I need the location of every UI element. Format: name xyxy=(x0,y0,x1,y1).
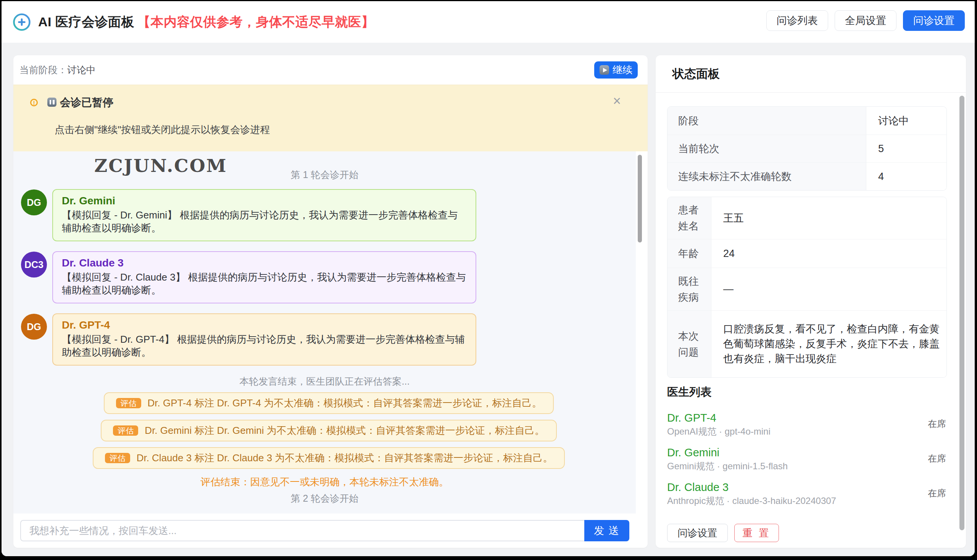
table-key-cell: 既往疾病 xyxy=(668,268,711,310)
table-value-cell: 口腔溃疡反复，看不见了，检查白内障，有金黄色葡萄球菌感染，反复手术，炎症下不去，… xyxy=(711,310,947,377)
main-area: 当前阶段： 讨论中 继续 ! 会诊已暂停 点击右侧"继续"按钮或关闭此提示以恢复… xyxy=(2,43,975,556)
message-author: Dr. Gemini xyxy=(62,194,466,208)
table-key-cell: 阶段 xyxy=(668,107,866,135)
disclaimer-text: 【本内容仅供参考，身体不适尽早就医】 xyxy=(137,13,375,31)
stage-label: 当前阶段： xyxy=(20,64,67,76)
doctor-spec: Anthropic规范 · claude-3-haiku-20240307 xyxy=(667,495,928,507)
consult-settings-button-2[interactable]: 问诊设置 xyxy=(667,524,728,542)
message-text: 【模拟回复 - Dr. GPT-4】 根据提供的病历与讨论历史，我认为需要进一步… xyxy=(62,333,466,359)
chat-area[interactable]: ZCJUN.COM 第 1 轮会诊开始 DG Dr. Gemini 【模拟回复 … xyxy=(13,151,647,513)
chat-scrollbar-thumb[interactable] xyxy=(638,155,642,242)
doctor-status: 在席 xyxy=(928,452,946,465)
doctor-spec: OpenAI规范 · gpt-4o-mini xyxy=(667,425,928,438)
table-row: 本次问题 口腔溃疡反复，看不见了，检查白内障，有金黄色葡萄球菌感染，反复手术，炎… xyxy=(668,310,947,377)
close-icon[interactable]: × xyxy=(613,94,621,108)
table-key-cell: 当前轮次 xyxy=(668,135,866,162)
page-title: AI 医疗会诊面板 xyxy=(38,13,134,31)
status-panel-scrollbar-thumb[interactable] xyxy=(959,96,964,530)
bubble-dr-gpt4: Dr. GPT-4 【模拟回复 - Dr. GPT-4】 根据提供的病历与讨论历… xyxy=(52,313,476,366)
resume-button[interactable]: 继续 xyxy=(594,62,638,78)
doctor-list-title: 医生列表 xyxy=(667,385,947,399)
evaluation-badge: 评估 xyxy=(116,398,141,408)
round-end-notice: 本轮发言结束，医生团队正在评估答案... xyxy=(13,375,636,388)
doctor-item-gemini: Dr. Gemini Gemini规范 · gemini-1.5-flash 在… xyxy=(667,445,947,472)
table-row: 阶段 讨论中 xyxy=(668,107,947,135)
state-table: 阶段 讨论中 当前轮次 5 连续未标注不太准确轮数 4 xyxy=(667,107,947,191)
table-row: 连续未标注不太准确轮数 4 xyxy=(668,162,947,190)
doctor-name: Dr. Gemini xyxy=(667,445,928,460)
avatar-dr-gpt4: DG xyxy=(21,314,47,340)
alert-description: 点击右侧"继续"按钮或关闭此提示以恢复会诊进程 xyxy=(55,123,270,137)
status-panel-header: 状态面板 xyxy=(656,55,966,93)
status-panel-title: 状态面板 xyxy=(673,66,720,82)
table-key-cell: 连续未标注不太准确轮数 xyxy=(668,162,866,190)
app-window: AI 医疗会诊面板 【本内容仅供参考，身体不适尽早就医】 问诊列表 全局设置 问… xyxy=(2,1,975,556)
table-key-cell: 患者姓名 xyxy=(668,197,711,239)
pause-icon xyxy=(47,98,57,107)
message-text: 【模拟回复 - Dr. Gemini】 根据提供的病历与讨论历史，我认为需要进一… xyxy=(62,208,466,235)
paused-alert: ! 会诊已暂停 点击右侧"继续"按钮或关闭此提示以恢复会诊进程 × xyxy=(13,85,647,151)
doctor-info: Dr. Gemini Gemini规范 · gemini-1.5-flash xyxy=(667,445,928,472)
global-settings-button[interactable]: 全局设置 xyxy=(835,10,897,31)
plus-circle-icon xyxy=(13,13,31,31)
evaluation-item: 评估 Dr. Claude 3 标注 Dr. Claude 3 为不太准确：模拟… xyxy=(93,447,565,469)
table-key-cell: 年龄 xyxy=(668,239,711,268)
table-value-cell: 4 xyxy=(866,162,947,190)
message-dr-gemini: DG Dr. Gemini 【模拟回复 - Dr. Gemini】 根据提供的病… xyxy=(13,189,636,241)
play-triangle xyxy=(603,68,607,72)
doctor-item-gpt4: Dr. GPT-4 OpenAI规范 · gpt-4o-mini 在席 xyxy=(667,410,947,438)
table-row: 既往疾病 — xyxy=(668,268,947,310)
composer-bar: 发 送 xyxy=(13,513,647,548)
avatar-dr-gemini: DG xyxy=(21,190,47,215)
eval-end-notice: 评估结束：因意见不一或未明确，本轮未标注不太准确。 xyxy=(13,475,636,488)
message-text: 【模拟回复 - Dr. Claude 3】 根据提供的病历与讨论历史，我认为需要… xyxy=(62,271,466,297)
stage-value: 讨论中 xyxy=(67,64,96,76)
patient-table: 患者姓名 王五 年龄 24 既往疾病 — 本次问题 口腔溃疡反复，看不见了，检查… xyxy=(667,197,947,378)
doctor-name: Dr. Claude 3 xyxy=(667,480,928,495)
avatar-dr-claude3: DC3 xyxy=(21,252,47,278)
reset-button[interactable]: 重 置 xyxy=(734,524,779,542)
bubble-dr-gemini: Dr. Gemini 【模拟回复 - Dr. Gemini】 根据提供的病历与讨… xyxy=(52,189,476,241)
doctor-spec: Gemini规范 · gemini-1.5-flash xyxy=(667,460,928,472)
evaluation-item: 评估 Dr. Gemini 标注 Dr. Gemini 为不太准确：模拟模式：自… xyxy=(101,420,556,442)
table-value-cell: 讨论中 xyxy=(866,107,947,135)
evaluation-text: Dr. GPT-4 标注 Dr. GPT-4 为不太准确：模拟模式：自评其答案需… xyxy=(148,397,542,410)
evaluation-badge: 评估 xyxy=(105,453,130,463)
evaluation-item: 评估 Dr. GPT-4 标注 Dr. GPT-4 为不太准确：模拟模式：自评其… xyxy=(104,392,554,414)
play-icon xyxy=(599,65,609,75)
table-key-cell: 本次问题 xyxy=(668,310,711,377)
table-row: 年龄 24 xyxy=(668,239,947,268)
app-header: AI 医疗会诊面板 【本内容仅供参考，身体不适尽早就医】 问诊列表 全局设置 问… xyxy=(2,1,975,43)
stage-bar: 当前阶段： 讨论中 继续 xyxy=(13,55,647,85)
doctor-info: Dr. Claude 3 Anthropic规范 · claude-3-haik… xyxy=(667,480,928,507)
table-value-cell: — xyxy=(711,268,947,310)
status-panel: 状态面板 阶段 讨论中 当前轮次 5 连续未标注不太准确轮数 4 xyxy=(656,55,966,548)
table-value-cell: 王五 xyxy=(711,197,947,239)
consult-settings-button[interactable]: 问诊设置 xyxy=(903,10,965,31)
chat-input[interactable] xyxy=(20,520,584,541)
doctor-info: Dr. GPT-4 OpenAI规范 · gpt-4o-mini xyxy=(667,410,928,438)
message-dr-gpt4: DG Dr. GPT-4 【模拟回复 - Dr. GPT-4】 根据提供的病历与… xyxy=(13,313,636,366)
table-value-cell: 24 xyxy=(711,239,947,268)
consult-list-button[interactable]: 问诊列表 xyxy=(766,10,828,31)
round2-divider: 第 2 轮会诊开始 xyxy=(13,492,636,505)
send-button[interactable]: 发 送 xyxy=(584,520,629,541)
doctor-name: Dr. GPT-4 xyxy=(667,410,928,425)
status-panel-footer: 问诊设置 重 置 xyxy=(667,524,947,542)
warning-icon: ! xyxy=(30,99,38,107)
doctor-status: 在席 xyxy=(928,487,946,499)
doctor-item-claude3: Dr. Claude 3 Anthropic规范 · claude-3-haik… xyxy=(667,480,947,507)
alert-title: 会诊已暂停 xyxy=(60,95,113,110)
bubble-dr-claude3: Dr. Claude 3 【模拟回复 - Dr. Claude 3】 根据提供的… xyxy=(52,251,476,303)
table-row: 当前轮次 5 xyxy=(668,135,947,162)
status-panel-body[interactable]: 阶段 讨论中 当前轮次 5 连续未标注不太准确轮数 4 患者姓名 王五 年龄 xyxy=(656,93,966,548)
message-dr-claude3: DC3 Dr. Claude 3 【模拟回复 - Dr. Claude 3】 根… xyxy=(13,251,636,303)
table-row: 患者姓名 王五 xyxy=(668,197,947,239)
message-author: Dr. GPT-4 xyxy=(62,318,466,332)
chat-content: ZCJUN.COM 第 1 轮会诊开始 DG Dr. Gemini 【模拟回复 … xyxy=(13,151,636,505)
doctor-status: 在席 xyxy=(928,418,946,430)
evaluation-text: Dr. Gemini 标注 Dr. Gemini 为不太准确：模拟模式：自评其答… xyxy=(145,424,544,437)
evaluation-list: 评估 Dr. GPT-4 标注 Dr. GPT-4 为不太准确：模拟模式：自评其… xyxy=(13,392,636,475)
table-value-cell: 5 xyxy=(866,135,947,162)
watermark: ZCJUN.COM xyxy=(94,155,228,176)
